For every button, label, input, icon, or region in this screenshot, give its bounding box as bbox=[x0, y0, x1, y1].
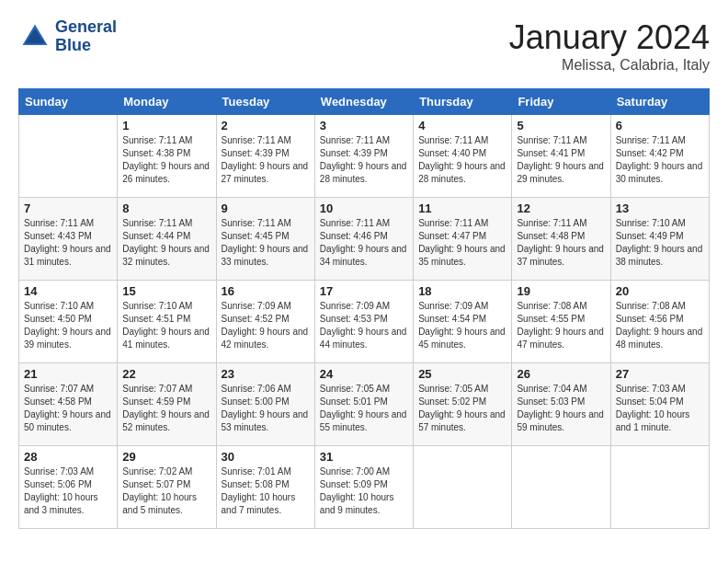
day-number: 9 bbox=[222, 201, 310, 215]
calendar-cell: 12Sunrise: 7:11 AMSunset: 4:48 PMDayligh… bbox=[512, 198, 610, 281]
calendar-cell: 3Sunrise: 7:11 AMSunset: 4:39 PMDaylight… bbox=[314, 115, 413, 198]
day-number: 29 bbox=[122, 450, 210, 464]
calendar-subtitle: Melissa, Calabria, Italy bbox=[509, 57, 710, 74]
calendar-cell bbox=[512, 446, 610, 529]
day-number: 17 bbox=[320, 284, 408, 298]
header-row: SundayMondayTuesdayWednesdayThursdayFrid… bbox=[19, 89, 710, 115]
day-info: Sunrise: 7:09 AMSunset: 4:54 PMDaylight:… bbox=[418, 300, 506, 351]
day-number: 4 bbox=[418, 119, 506, 132]
calendar-cell: 29Sunrise: 7:02 AMSunset: 5:07 PMDayligh… bbox=[118, 446, 216, 529]
header-day-monday: Monday bbox=[118, 89, 216, 115]
day-info: Sunrise: 7:01 AMSunset: 5:08 PMDaylight:… bbox=[222, 465, 310, 517]
header-day-wednesday: Wednesday bbox=[314, 89, 413, 115]
calendar-cell: 16Sunrise: 7:09 AMSunset: 4:52 PMDayligh… bbox=[216, 281, 314, 363]
day-number: 6 bbox=[616, 119, 704, 132]
calendar-cell: 1Sunrise: 7:11 AMSunset: 4:38 PMDaylight… bbox=[118, 115, 216, 198]
calendar-cell: 7Sunrise: 7:11 AMSunset: 4:43 PMDaylight… bbox=[19, 198, 118, 281]
day-info: Sunrise: 7:11 AMSunset: 4:44 PMDaylight:… bbox=[122, 217, 210, 269]
day-info: Sunrise: 7:11 AMSunset: 4:47 PMDaylight:… bbox=[418, 217, 506, 269]
day-info: Sunrise: 7:11 AMSunset: 4:46 PMDaylight:… bbox=[320, 217, 408, 269]
day-info: Sunrise: 7:11 AMSunset: 4:43 PMDaylight:… bbox=[24, 217, 112, 269]
calendar-cell: 2Sunrise: 7:11 AMSunset: 4:39 PMDaylight… bbox=[216, 115, 314, 198]
calendar-cell: 23Sunrise: 7:06 AMSunset: 5:00 PMDayligh… bbox=[216, 363, 314, 446]
day-info: Sunrise: 7:02 AMSunset: 5:07 PMDaylight:… bbox=[122, 465, 210, 517]
logo-text: General Blue bbox=[55, 18, 117, 55]
day-info: Sunrise: 7:10 AMSunset: 4:49 PMDaylight:… bbox=[616, 217, 704, 269]
day-info: Sunrise: 7:11 AMSunset: 4:45 PMDaylight:… bbox=[222, 217, 310, 269]
calendar-cell: 11Sunrise: 7:11 AMSunset: 4:47 PMDayligh… bbox=[414, 198, 512, 281]
day-number: 5 bbox=[517, 119, 605, 132]
day-info: Sunrise: 7:10 AMSunset: 4:51 PMDaylight:… bbox=[122, 300, 210, 351]
calendar-cell: 27Sunrise: 7:03 AMSunset: 5:04 PMDayligh… bbox=[610, 363, 709, 446]
calendar-cell: 6Sunrise: 7:11 AMSunset: 4:42 PMDaylight… bbox=[610, 115, 709, 198]
calendar-week-3: 14Sunrise: 7:10 AMSunset: 4:50 PMDayligh… bbox=[19, 281, 710, 363]
day-info: Sunrise: 7:04 AMSunset: 5:03 PMDaylight:… bbox=[517, 383, 605, 434]
day-number: 13 bbox=[616, 201, 704, 215]
day-info: Sunrise: 7:08 AMSunset: 4:55 PMDaylight:… bbox=[517, 300, 605, 351]
header-day-sunday: Sunday bbox=[19, 89, 118, 115]
logo: General Blue bbox=[18, 18, 117, 55]
day-info: Sunrise: 7:09 AMSunset: 4:52 PMDaylight:… bbox=[222, 300, 310, 351]
calendar-cell bbox=[414, 446, 512, 529]
day-number: 7 bbox=[24, 201, 112, 215]
day-number: 28 bbox=[24, 450, 112, 464]
day-info: Sunrise: 7:11 AMSunset: 4:39 PMDaylight:… bbox=[320, 134, 408, 186]
calendar-cell: 28Sunrise: 7:03 AMSunset: 5:06 PMDayligh… bbox=[19, 446, 118, 529]
calendar-week-4: 21Sunrise: 7:07 AMSunset: 4:58 PMDayligh… bbox=[19, 363, 710, 446]
calendar-cell: 4Sunrise: 7:11 AMSunset: 4:40 PMDaylight… bbox=[414, 115, 512, 198]
day-number: 11 bbox=[418, 201, 506, 215]
calendar-week-5: 28Sunrise: 7:03 AMSunset: 5:06 PMDayligh… bbox=[19, 446, 710, 529]
day-info: Sunrise: 7:07 AMSunset: 4:58 PMDaylight:… bbox=[24, 383, 112, 434]
calendar-cell: 25Sunrise: 7:05 AMSunset: 5:02 PMDayligh… bbox=[414, 363, 512, 446]
day-info: Sunrise: 7:11 AMSunset: 4:40 PMDaylight:… bbox=[418, 134, 506, 186]
calendar-cell: 9Sunrise: 7:11 AMSunset: 4:45 PMDaylight… bbox=[216, 198, 314, 281]
page-header: General Blue January 2024 Melissa, Calab… bbox=[18, 18, 710, 74]
day-info: Sunrise: 7:07 AMSunset: 4:59 PMDaylight:… bbox=[122, 383, 210, 434]
day-number: 10 bbox=[320, 201, 408, 215]
calendar-cell: 8Sunrise: 7:11 AMSunset: 4:44 PMDaylight… bbox=[118, 198, 216, 281]
calendar-week-1: 1Sunrise: 7:11 AMSunset: 4:38 PMDaylight… bbox=[19, 115, 710, 198]
day-number: 1 bbox=[122, 119, 210, 132]
calendar-cell: 26Sunrise: 7:04 AMSunset: 5:03 PMDayligh… bbox=[512, 363, 610, 446]
calendar-cell: 30Sunrise: 7:01 AMSunset: 5:08 PMDayligh… bbox=[216, 446, 314, 529]
day-info: Sunrise: 7:08 AMSunset: 4:56 PMDaylight:… bbox=[616, 300, 704, 351]
day-number: 23 bbox=[222, 367, 310, 381]
day-info: Sunrise: 7:03 AMSunset: 5:06 PMDaylight:… bbox=[24, 465, 112, 517]
day-number: 26 bbox=[517, 367, 605, 381]
day-number: 3 bbox=[320, 119, 408, 132]
day-number: 22 bbox=[122, 367, 210, 381]
day-number: 24 bbox=[320, 367, 408, 381]
day-number: 14 bbox=[24, 284, 112, 298]
calendar-cell bbox=[19, 115, 118, 198]
day-number: 18 bbox=[418, 284, 506, 298]
day-info: Sunrise: 7:05 AMSunset: 5:01 PMDaylight:… bbox=[320, 383, 408, 434]
day-number: 19 bbox=[517, 284, 605, 298]
day-info: Sunrise: 7:06 AMSunset: 5:00 PMDaylight:… bbox=[222, 383, 310, 434]
day-number: 16 bbox=[222, 284, 310, 298]
calendar-cell: 5Sunrise: 7:11 AMSunset: 4:41 PMDaylight… bbox=[512, 115, 610, 198]
day-info: Sunrise: 7:00 AMSunset: 5:09 PMDaylight:… bbox=[320, 465, 408, 517]
calendar-cell: 10Sunrise: 7:11 AMSunset: 4:46 PMDayligh… bbox=[314, 198, 413, 281]
calendar-cell: 21Sunrise: 7:07 AMSunset: 4:58 PMDayligh… bbox=[19, 363, 118, 446]
header-day-thursday: Thursday bbox=[414, 89, 512, 115]
day-number: 25 bbox=[418, 367, 506, 381]
calendar-cell: 17Sunrise: 7:09 AMSunset: 4:53 PMDayligh… bbox=[314, 281, 413, 363]
calendar-cell: 20Sunrise: 7:08 AMSunset: 4:56 PMDayligh… bbox=[610, 281, 709, 363]
day-info: Sunrise: 7:03 AMSunset: 5:04 PMDaylight:… bbox=[616, 383, 704, 434]
day-info: Sunrise: 7:11 AMSunset: 4:42 PMDaylight:… bbox=[616, 134, 704, 186]
calendar-cell: 18Sunrise: 7:09 AMSunset: 4:54 PMDayligh… bbox=[414, 281, 512, 363]
day-number: 20 bbox=[616, 284, 704, 298]
logo-icon bbox=[18, 20, 51, 53]
calendar-cell: 24Sunrise: 7:05 AMSunset: 5:01 PMDayligh… bbox=[314, 363, 413, 446]
calendar-cell: 13Sunrise: 7:10 AMSunset: 4:49 PMDayligh… bbox=[610, 198, 709, 281]
calendar-cell: 22Sunrise: 7:07 AMSunset: 4:59 PMDayligh… bbox=[118, 363, 216, 446]
calendar-cell: 31Sunrise: 7:00 AMSunset: 5:09 PMDayligh… bbox=[314, 446, 413, 529]
header-day-friday: Friday bbox=[512, 89, 610, 115]
day-number: 2 bbox=[222, 119, 310, 132]
day-info: Sunrise: 7:11 AMSunset: 4:48 PMDaylight:… bbox=[517, 217, 605, 269]
day-info: Sunrise: 7:11 AMSunset: 4:39 PMDaylight:… bbox=[222, 134, 310, 186]
header-day-saturday: Saturday bbox=[610, 89, 709, 115]
calendar-cell: 19Sunrise: 7:08 AMSunset: 4:55 PMDayligh… bbox=[512, 281, 610, 363]
calendar-title: January 2024 bbox=[509, 18, 710, 57]
day-number: 12 bbox=[517, 201, 605, 215]
